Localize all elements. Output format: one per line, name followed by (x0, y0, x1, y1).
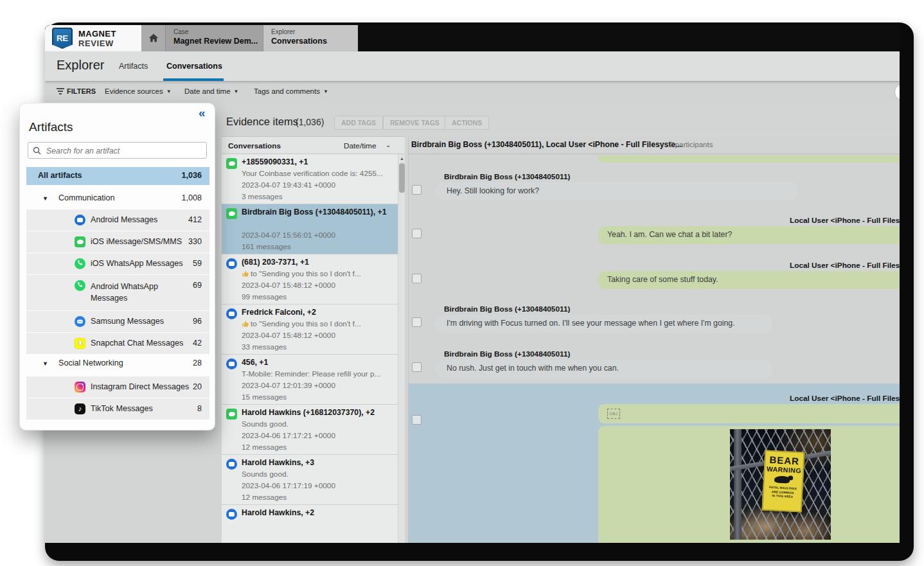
message-bubble[interactable]: I'm driving with Focus turned on. I'll s… (438, 315, 772, 333)
sort-chevron-icon[interactable]: ⌄ (386, 141, 391, 148)
instagram-icon (75, 382, 85, 393)
whatsapp-icon (75, 258, 85, 269)
artifact-row-instagram[interactable]: Instagram Direct Messages 20 (26, 376, 209, 398)
artifact-row-snapchat[interactable]: Snapchat Chat Messages 42 (26, 333, 209, 354)
scroll-up-arrow[interactable]: ▲ (398, 156, 405, 161)
collapse-triangle-icon[interactable]: ▼ (42, 195, 48, 202)
artifact-row-samsung-messages[interactable]: Samsung Messages 96 (26, 311, 209, 332)
filter-search-input[interactable] (894, 84, 900, 100)
android-messages-icon (226, 358, 237, 369)
artifact-group-communication[interactable]: ▼ Communication 1,008 (26, 190, 209, 208)
list-item[interactable]: (681) 203-7371, +1 to "Sending you this … (222, 254, 398, 305)
search-icon (33, 146, 41, 155)
artifact-label: Snapchat Chat Messages (91, 339, 183, 348)
evidence-sources-dropdown[interactable]: Evidence sources▼ (105, 87, 172, 95)
magnet-review-logo: RE MAGNET REVIEW (45, 25, 141, 51)
message-sender: Birdbrain Big Boss (+13048405011) (444, 349, 570, 358)
artifact-label: Android Messages (91, 215, 157, 224)
vertical-scrollbar[interactable]: ▲ ▼ (398, 154, 405, 543)
artifact-row-android-messages[interactable]: Android Messages 412 (26, 209, 209, 231)
conversation-count: 3 messages (242, 192, 395, 201)
conversation-detail-panel: Birdbrain Big Boss (+13048405011), Local… (408, 136, 900, 543)
evidence-items-title: Evidence items (226, 116, 298, 128)
active-tab-underline (163, 78, 224, 81)
message-checkbox[interactable] (412, 185, 422, 195)
message-checkbox[interactable] (412, 415, 422, 425)
artifact-row-tiktok[interactable]: ♪ TikTok Messages 8 (26, 398, 209, 420)
chevron-down-icon: ▼ (166, 89, 172, 94)
android-messages-icon (226, 459, 237, 470)
case-tab-label: Case (173, 28, 263, 35)
scroll-down-arrow[interactable]: ▼ (398, 542, 405, 543)
artifact-row-imessage[interactable]: iOS iMessage/SMS/MMS 330 (26, 231, 209, 252)
message-bubble[interactable]: Yeah. I am. Can we chat a bit later? (598, 226, 900, 244)
conversation-count: 12 messages (242, 443, 395, 452)
list-item-selected[interactable]: Birdbrain Big Boss (+13048405011), +1 20… (222, 204, 398, 254)
page-title: Explorer (57, 58, 104, 73)
artifact-search-box[interactable] (28, 142, 207, 159)
top-nav-bar: RE MAGNET REVIEW Case Magnet Review Dem.… (45, 25, 900, 51)
bear-warning-photo[interactable]: BEAR WARNING FATAL MAULINGS ARE COMMON I… (730, 429, 831, 540)
artifact-search-input[interactable] (45, 145, 205, 157)
date-and-time-dropdown[interactable]: Date and time▼ (184, 87, 239, 95)
artifact-label: Instagram Direct Messages (91, 382, 189, 391)
explorer-tab-active[interactable]: Explorer Conversations (263, 25, 358, 51)
artifact-group-social-networking[interactable]: ▼ Social Networking 28 (26, 355, 209, 373)
remove-tags-button[interactable]: REMOVE TAGS (383, 116, 447, 130)
tab-conversations[interactable]: Conversations (166, 62, 222, 71)
scrollbar-thumb[interactable] (399, 163, 405, 193)
home-button[interactable] (141, 25, 166, 51)
list-item[interactable]: Harold Hawkins, +3 Sounds good. 2023-04-… (222, 455, 398, 505)
android-messages-icon (226, 509, 237, 520)
case-tab-value: Magnet Review Dem... (173, 37, 263, 46)
message-checkbox[interactable] (412, 317, 422, 327)
list-column-header: Conversations Date/time ⌄ (222, 136, 405, 154)
message-checkbox[interactable] (412, 274, 422, 283)
message-row-selected[interactable]: Local User <iPhone - Full Filesyste... O… (409, 384, 900, 543)
collapse-triangle-icon[interactable]: ▼ (42, 360, 48, 367)
artifact-label: iOS iMessage/SMS/MMS (91, 237, 182, 246)
message-checkbox[interactable] (412, 362, 422, 372)
message-bubble[interactable]: Hey. Still looking for work? (438, 182, 797, 200)
case-tab[interactable]: Case Magnet Review Dem... (166, 25, 263, 51)
conversation-count: 12 messages (242, 493, 395, 502)
column-conversations[interactable]: Conversations (228, 141, 281, 150)
artifact-count: 8 (197, 404, 202, 413)
conversation-title: Harold Hawkins (+16812037370), +2 (242, 408, 395, 417)
message-checkbox[interactable] (412, 229, 422, 238)
message-bubble[interactable]: Taking care of some stuff today. (598, 271, 900, 289)
explorer-header: Explorer Artifacts Conversations (45, 51, 900, 81)
artifact-count: 28 (193, 358, 202, 367)
tiktok-icon: ♪ (75, 403, 85, 414)
conversation-title: Birdbrain Big Boss (+13048405011), +1 (242, 208, 395, 217)
imessage-icon (226, 208, 237, 219)
actions-button[interactable]: ACTIONS (445, 116, 489, 130)
conversation-date: 2023-04-06 17:17:19 +0000 (242, 481, 395, 490)
imessage-icon (226, 409, 237, 420)
conversation-title: Harold Hawkins, +3 (242, 458, 395, 467)
add-tags-button[interactable]: ADD TAGS (334, 116, 383, 130)
conversation-preview: Your Coinbase verification code is: 4255… (242, 169, 395, 178)
list-item[interactable]: +18559090331, +1 Your Coinbase verificat… (222, 154, 398, 204)
tags-and-comments-dropdown[interactable]: Tags and comments▼ (254, 87, 328, 95)
artifact-row-all[interactable]: All artifacts 1,036 (26, 167, 209, 185)
column-datetime[interactable]: Date/time (344, 141, 376, 150)
filters-button[interactable]: FILTERS (57, 87, 96, 95)
list-item[interactable]: Harold Hawkins, +2 (222, 505, 398, 543)
whatsapp-icon (75, 280, 85, 291)
list-item[interactable]: Harold Hawkins (+16812037370), +2 Sounds… (222, 405, 398, 455)
artifact-row-android-whatsapp[interactable]: Android WhatsApp Messages 69 (26, 275, 209, 310)
tab-artifacts[interactable]: Artifacts (119, 62, 148, 71)
message-bubble-image[interactable]: BEAR WARNING FATAL MAULINGS ARE COMMON I… (598, 426, 900, 543)
message-bubble-cut[interactable] (598, 155, 900, 163)
artifact-row-ios-whatsapp[interactable]: iOS WhatsApp Messages 59 (26, 253, 209, 274)
message-text: No rush. Just get in touch with me when … (447, 364, 619, 373)
logo-line-magnet: MAGNET (78, 29, 116, 39)
conversation-header-title: Birdbrain Big Boss (+13048405011), Local… (411, 140, 682, 149)
collapse-panel-button[interactable]: « (199, 106, 206, 120)
message-bubble-object[interactable]: OBJ (598, 404, 900, 423)
list-item[interactable]: 456, +1 T-Mobile: Reminder: Please refil… (222, 355, 398, 405)
list-item[interactable]: Fredrick Falconi, +2 to "Sending you thi… (222, 305, 398, 355)
message-bubble[interactable]: No rush. Just get in touch with me when … (438, 360, 772, 378)
conversation-count: 33 messages (242, 342, 395, 351)
